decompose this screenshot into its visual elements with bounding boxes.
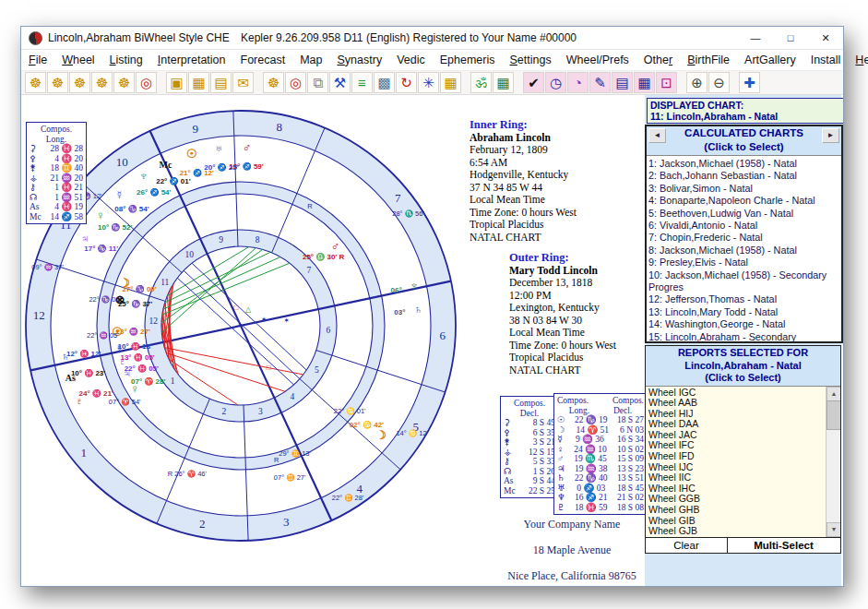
menu-wheel[interactable]: Wheel xyxy=(54,52,101,68)
chart-list-item[interactable]: 4: Bonaparte,Napoleon Charle - Natal xyxy=(648,195,839,207)
report-list-item[interactable]: Wheel AAB xyxy=(648,398,838,409)
clear-button[interactable]: Clear xyxy=(646,538,728,553)
scrollbar-thumb[interactable] xyxy=(826,400,840,430)
chart-list-item[interactable]: 14: Washington,George - Natal xyxy=(648,318,839,330)
toolbar-wheel-grid-icon[interactable]: ▦ xyxy=(440,72,461,93)
toolbar-doc-edit-icon[interactable]: ✎ xyxy=(589,72,611,93)
inner-planet-label: 25° ♎ 30' R xyxy=(303,252,345,261)
toolbar-save-icon[interactable]: ▦ xyxy=(188,72,209,93)
menu-wheelprefs[interactable]: Wheel/Prefs xyxy=(559,52,636,68)
chart-list-item[interactable]: 1: Jackson,Michael (1958) - Natal xyxy=(648,158,839,170)
toolbar-clock-now-icon[interactable]: ◷ xyxy=(545,72,566,93)
menu-synastry[interactable]: Synastry xyxy=(329,52,389,68)
menu-interpretation[interactable]: Interpretation xyxy=(150,52,233,68)
toolbar-zoom-out-icon[interactable]: ⊖ xyxy=(708,72,730,93)
house-number-outer: 2 xyxy=(199,517,206,531)
house-number-inner: 8 xyxy=(256,235,260,245)
toolbar-print-icon[interactable]: ▤ xyxy=(210,72,232,93)
toolbar-copy-chart-icon[interactable]: ⧉ xyxy=(307,72,328,93)
toolbar-om-script-icon[interactable]: ॐ xyxy=(470,72,492,93)
displayed-chart-box: DISPLAYED CHART: 11: Lincoln,Abraham - N… xyxy=(647,98,843,124)
title-bar: Lincoln,Abraham BiWheel Style CHE Kepler… xyxy=(21,27,843,50)
toolbar-wheel-target-icon[interactable]: ◎ xyxy=(136,72,157,93)
chart-list-item[interactable]: 6: Vivaldi,Antonio - Natal xyxy=(648,220,839,232)
menu-ephemeris[interactable]: Ephemeris xyxy=(433,52,503,68)
company-line: Nice Place, California 98765 xyxy=(475,569,669,583)
table-row: ⚵18 ♊ 40 xyxy=(30,163,83,173)
toolbar-tools-icon[interactable]: ⚒ xyxy=(329,72,351,93)
report-list-item[interactable]: Wheel IFD xyxy=(648,451,838,462)
maximize-button[interactable]: □ xyxy=(773,27,808,49)
chart-list-item[interactable]: 10: Jackson,Michael (1958) - Secondary P… xyxy=(648,269,839,294)
table-row: ⚷5 S 33 xyxy=(504,457,555,467)
toolbar-wheel-return-icon[interactable]: ☸ xyxy=(69,72,90,93)
report-list-item[interactable]: Wheel GJB xyxy=(648,526,838,536)
toolbar-data-entry-icon[interactable]: ▣ xyxy=(166,72,187,93)
menu-forecast[interactable]: Forecast xyxy=(233,52,293,68)
toolbar-documents-icon[interactable]: ▩ xyxy=(374,72,395,93)
menu-listing[interactable]: Listing xyxy=(102,52,150,68)
house-number-outer: 9 xyxy=(192,122,198,136)
toolbar-wheel-aim-icon[interactable]: ◎ xyxy=(285,72,306,93)
chart-list-item[interactable]: 5: Beethoven,Ludwig Van - Natal xyxy=(648,208,839,220)
inner-planet-label: 13° ♓ 05' xyxy=(120,352,154,362)
table-row: ⚴6 S 35 xyxy=(504,428,555,438)
menu-map[interactable]: Map xyxy=(292,52,329,68)
app-window: Lincoln,Abraham BiWheel Style CHE Kepler… xyxy=(20,26,844,587)
chart-list-item[interactable]: 2: Bach,Johann Sebastian - Natal xyxy=(648,170,839,182)
reports-header: REPORTS SELECTED FOR Lincoln,Abraham - N… xyxy=(646,346,840,387)
menu-help[interactable]: Help xyxy=(848,52,868,68)
outer-planet-label: 06° xyxy=(391,286,402,294)
scroll-up-icon[interactable]: ▲ xyxy=(826,387,840,401)
table-row: ♆16 ♐ 2121 S 02 xyxy=(557,493,644,503)
toolbar-doc-search-icon[interactable]: ⊡ xyxy=(656,72,677,93)
chart-list-item[interactable]: 9: Presley,Elvis - Natal xyxy=(648,257,839,269)
menu-file[interactable]: File xyxy=(21,52,54,68)
toolbar-rotate-chart-icon[interactable]: ↻ xyxy=(396,72,417,93)
reports-scrollbar[interactable]: ▲ ▼ xyxy=(826,387,840,537)
menu-vedic[interactable]: Vedic xyxy=(389,52,433,68)
scroll-down-icon[interactable]: ▼ xyxy=(826,522,840,537)
scroll-left-button[interactable]: ◄ xyxy=(648,128,666,143)
inner-ring-lines: February 12, 18096:54 AMHodgenville, Ken… xyxy=(470,144,654,244)
toolbar-wheel-now-icon[interactable]: ☸ xyxy=(91,72,113,93)
outer-planet-glyph: ♄ xyxy=(413,303,422,316)
minimize-button[interactable]: — xyxy=(738,27,773,49)
report-list-item[interactable]: Wheel GHB xyxy=(648,505,838,516)
multi-select-button[interactable]: Multi-Select xyxy=(728,538,839,553)
chart-list-item[interactable]: 12: Jefferson,Thomas - Natal xyxy=(648,293,839,305)
menu-birthfile[interactable]: BirthFile xyxy=(680,52,737,68)
aspect-symbol: □ xyxy=(267,364,271,372)
table-row: ⚳28 ♓ 28 xyxy=(30,144,83,154)
scroll-right-button[interactable]: ► xyxy=(822,128,839,143)
toolbar-wheel-new-icon[interactable]: ☸ xyxy=(25,72,46,93)
menu-settings[interactable]: Settings xyxy=(503,52,559,68)
toolbar-wheel-open-icon[interactable]: ☸ xyxy=(47,72,68,93)
toolbar-clock-wheel-icon[interactable]: ◔ xyxy=(567,72,589,93)
aspect-symbol: ✶ xyxy=(261,316,268,324)
menu-other[interactable]: Other xyxy=(636,52,680,68)
close-button[interactable]: ✕ xyxy=(808,27,843,49)
house-number-outer: 6 xyxy=(439,328,446,342)
toolbar-chart-lines-icon[interactable]: ✳ xyxy=(418,72,439,93)
menu-install[interactable]: Install xyxy=(803,52,849,68)
chart-list-item[interactable]: 8: Jackson,Michael (1958) - Natal xyxy=(648,245,839,257)
info-line: Hodgenville, Kentucky xyxy=(470,169,654,182)
toolbar-listing-doc-icon[interactable]: ≡ xyxy=(351,72,373,93)
toolbar-check-icon[interactable]: ✔ xyxy=(523,72,544,93)
toolbar-data-grid-icon[interactable]: ▦ xyxy=(634,72,655,93)
toolbar-email-icon[interactable]: ✉ xyxy=(232,72,254,93)
info-line: 6:54 AM xyxy=(470,157,654,170)
chart-list-item[interactable]: 7: Chopin,Frederic - Natal xyxy=(648,232,839,244)
table-row: ⚶21 ♒ 20 xyxy=(30,173,83,184)
table-row: ⚴4 ♓ 20 xyxy=(30,154,83,164)
menu-artgallery[interactable]: ArtGallery xyxy=(737,52,803,68)
toolbar-wheel-single-icon[interactable]: ☸ xyxy=(263,72,284,93)
toolbar-wheel-clock-icon[interactable]: ☸ xyxy=(113,72,135,93)
toolbar-calendar-icon[interactable]: ▦ xyxy=(493,72,514,93)
chart-list-item[interactable]: 3: Bolivar,Simon - Natal xyxy=(648,183,839,195)
toolbar-pointer-compass-icon[interactable]: ✚ xyxy=(739,72,760,93)
toolbar-zoom-in-icon[interactable]: ⊕ xyxy=(686,72,707,93)
toolbar-doc-report-icon[interactable]: ▤ xyxy=(612,72,633,93)
chart-list-item[interactable]: 13: Lincoln,Mary Todd - Natal xyxy=(648,306,839,318)
